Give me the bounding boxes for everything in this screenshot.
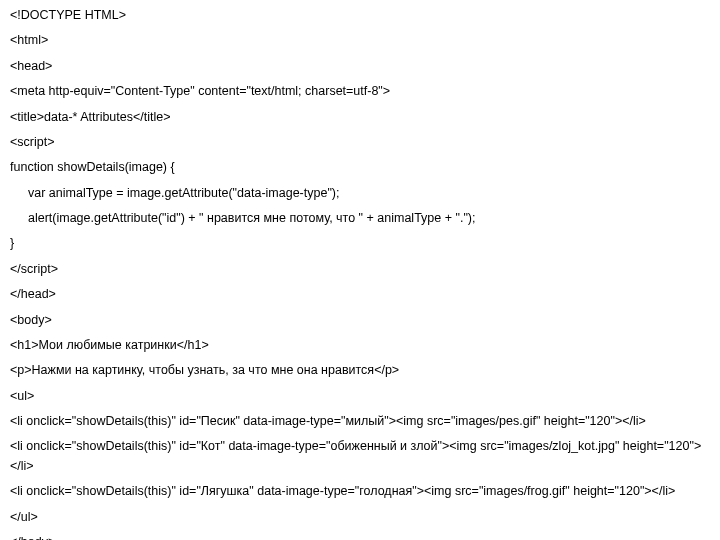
code-line: </body> [10,533,710,540]
code-line: <ul> [10,387,710,406]
code-line: <meta http-equiv="Content-Type" content=… [10,82,710,101]
code-line: <li onclick="showDetails(this)" id="Песи… [10,412,710,431]
code-line: <li onclick="showDetails(this)" id="Лягу… [10,482,710,501]
code-line: <li onclick="showDetails(this)" id="Кот"… [10,437,710,476]
code-listing: <!DOCTYPE HTML> <html> <head> <meta http… [10,6,710,540]
code-line: var animalType = image.getAttribute("dat… [10,184,710,203]
code-line: </script> [10,260,710,279]
code-line: function showDetails(image) { [10,158,710,177]
code-line: </ul> [10,508,710,527]
code-line: </head> [10,285,710,304]
code-line: <head> [10,57,710,76]
code-line: <!DOCTYPE HTML> [10,6,710,25]
code-line: <title>data-* Attributes</title> [10,108,710,127]
code-line: <h1>Мои любимые катринки</h1> [10,336,710,355]
code-line: alert(image.getAttribute("id") + " нрави… [10,209,710,228]
code-line: <html> [10,31,710,50]
code-line: <body> [10,311,710,330]
code-line: } [10,234,710,253]
code-line: <p>Нажми на картинку, чтобы узнать, за ч… [10,361,710,380]
code-line: <script> [10,133,710,152]
